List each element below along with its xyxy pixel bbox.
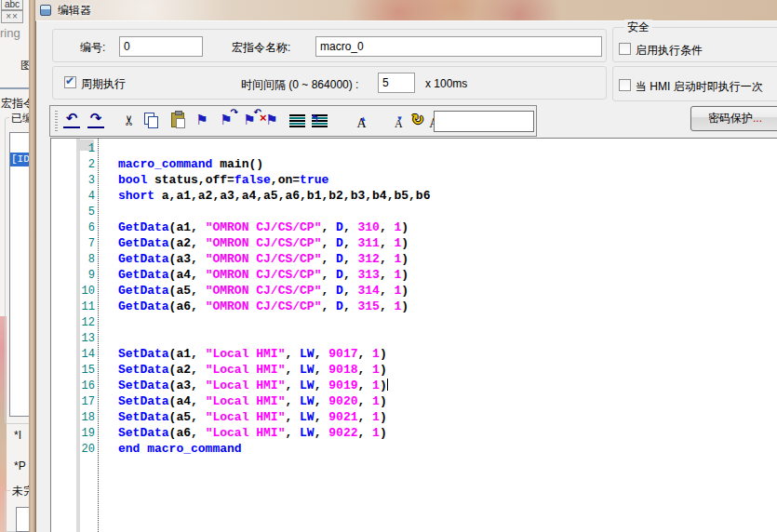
interval-input[interactable]: [378, 73, 415, 93]
id-label: 编号:: [80, 40, 105, 56]
copy-icon: [143, 113, 160, 129]
titlebar[interactable]: 编辑器: [35, 0, 777, 20]
dialog-left-border: [29, 0, 35, 532]
code-editor[interactable]: 12macro_command main()3bool status,off=f…: [50, 138, 777, 532]
line-number: 12: [51, 316, 95, 329]
font-increase-button[interactable]: A▴: [356, 114, 366, 130]
startup-group: 当 HMI 启动时即执行一次: [612, 66, 777, 101]
editor-dialog: 编辑器 编号: 宏指令名称: 安全 启用执行条件 ✔: [35, 0, 777, 532]
goto-arrow-icon: ↰: [311, 113, 319, 125]
previous-bookmark-button[interactable]: ⚑↶: [239, 110, 260, 132]
toolbar-grip[interactable]: [55, 111, 58, 131]
code-row[interactable]: 1: [51, 141, 777, 157]
periodic-label: 周期执行: [81, 76, 126, 92]
code-row[interactable]: 20end macro_command: [51, 442, 777, 458]
redo-button[interactable]: ↷: [86, 110, 106, 132]
code-line-text[interactable]: GetData(a3, "OMRON CJ/CS/CP", D, 312, 1): [118, 252, 409, 266]
clear-x-icon: ×: [260, 111, 267, 125]
code-row[interactable]: 13: [51, 331, 777, 347]
toggle-bookmark-button[interactable]: ⚑: [192, 110, 212, 132]
code-row[interactable]: 17SetData(a4, "Local HMI", LW, 9020, 1): [51, 394, 777, 410]
undo-button[interactable]: ↶: [61, 110, 82, 132]
find-replace-button[interactable]: ↻: [408, 110, 428, 132]
line-number: 6: [51, 221, 95, 234]
interval-unit-label: x 100ms: [425, 77, 467, 90]
line-number: 13: [51, 332, 95, 345]
abc-toolbar-button[interactable]: abc: [1, 0, 23, 10]
line-number: 7: [51, 237, 95, 250]
code-row[interactable]: 3bool status,off=false,on=true: [51, 173, 777, 189]
search-input[interactable]: [434, 111, 534, 132]
code-row[interactable]: 12: [51, 315, 777, 331]
code-line-text[interactable]: GetData(a5, "OMRON CJ/CS/CP", D, 314, 1): [118, 284, 409, 298]
line-number: 2: [51, 158, 95, 171]
run-on-startup-label: 当 HMI 启动时即执行一次: [636, 79, 763, 95]
macro-name-input[interactable]: [315, 36, 602, 57]
ring-label: ring: [0, 26, 20, 40]
run-on-startup-checkbox[interactable]: [619, 79, 631, 91]
code-line-text[interactable]: end macro_command: [118, 442, 242, 456]
id-name-group: 编号: 宏指令名称:: [52, 29, 607, 62]
code-line-text[interactable]: macro_command main(): [118, 157, 263, 171]
code-row[interactable]: 11GetData(a6, "OMRON CJ/CS/CP", D, 315, …: [51, 299, 777, 315]
code-line-text[interactable]: SetData(a6, "Local HMI", LW, 9022, 1): [118, 426, 387, 440]
line-number: 20: [51, 443, 95, 456]
panel-separator: [0, 87, 30, 89]
code-row[interactable]: 4short a,a1,a2,a3,a4,a5,a6,b1,b2,b3,b4,b…: [51, 189, 777, 205]
code-row[interactable]: 14SetData(a1, "Local HMI", LW, 9017, 1): [51, 347, 777, 363]
code-line-text[interactable]: SetData(a5, "Local HMI", LW, 9021, 1): [118, 410, 387, 424]
font-decrease-button[interactable]: A▾: [395, 114, 403, 130]
code-row[interactable]: 18SetData(a5, "Local HMI", LW, 9021, 1): [51, 410, 777, 426]
bookmark-flag-icon: ⚑: [265, 112, 277, 127]
editor-toolbar: ↶ ↷ ✂ ⚑ ⚑↷ ⚑↶ ⚑× ↰ A▴ A▾ A ↻: [49, 105, 537, 137]
code-row[interactable]: 16SetData(a3, "Local HMI", LW, 9019, 1): [51, 379, 777, 394]
line-number: 16: [51, 379, 95, 392]
code-row[interactable]: 15SetData(a2, "Local HMI", LW, 9018, 1): [51, 363, 777, 379]
code-row[interactable]: 7GetData(a2, "OMRON CJ/CS/CP", D, 311, 1…: [51, 236, 777, 252]
window-title: 编辑器: [58, 3, 91, 19]
line-number: 5: [51, 206, 95, 219]
code-line-text[interactable]: GetData(a6, "OMRON CJ/CS/CP", D, 315, 1): [118, 299, 409, 313]
code-line-text[interactable]: short a,a1,a2,a3,a4,a5,a6,b1,b2,b3,b4,b5…: [118, 189, 430, 203]
password-protect-label: 密码保护: [708, 112, 753, 125]
password-protect-button[interactable]: 密码保护...: [690, 106, 777, 131]
line-numbers-icon: [289, 114, 305, 127]
interval-label: 时间间隔 (0 ~ 864000) :: [241, 77, 358, 93]
line-numbers-button[interactable]: [287, 110, 307, 132]
code-row[interactable]: 6GetData(a1, "OMRON CJ/CS/CP", D, 310, 1…: [51, 220, 777, 236]
code-row[interactable]: 10GetData(a5, "OMRON CJ/CS/CP", D, 314, …: [51, 284, 777, 299]
id-input[interactable]: [119, 36, 203, 57]
code-row[interactable]: 9GetData(a4, "OMRON CJ/CS/CP", D, 313, 1…: [51, 268, 777, 284]
code-line-text[interactable]: GetData(a4, "OMRON CJ/CS/CP", D, 313, 1): [118, 268, 409, 282]
code-line-text[interactable]: SetData(a1, "Local HMI", LW, 9017, 1): [118, 347, 387, 361]
code-row[interactable]: 19SetData(a6, "Local HMI", LW, 9022, 1): [51, 426, 777, 442]
paste-button[interactable]: [167, 110, 188, 132]
line-number: 17: [51, 395, 95, 408]
code-line-text[interactable]: SetData(a3, "Local HMI", LW, 9019, 1): [118, 379, 388, 392]
code-line-text[interactable]: SetData(a4, "Local HMI", LW, 9020, 1): [118, 394, 387, 408]
code-row[interactable]: 5: [51, 205, 777, 220]
code-line-text[interactable]: bool status,off=false,on=true: [118, 173, 328, 187]
code-line-text[interactable]: GetData(a1, "OMRON CJ/CS/CP", D, 310, 1): [118, 220, 409, 234]
sidebar-item-i: *I: [14, 429, 21, 442]
dialog-client-area: 编号: 宏指令名称: 安全 启用执行条件 ✔ 周期执行 时间间隔 (0 ~ 86…: [35, 20, 777, 532]
strikeout-toolbar-button[interactable]: ××: [1, 10, 23, 23]
next-bookmark-button[interactable]: ⚑↷: [216, 110, 236, 132]
cut-button[interactable]: ✂: [119, 110, 140, 132]
line-number: 1: [51, 142, 95, 155]
redo-icon: ↷: [87, 110, 104, 128]
code-row[interactable]: 8GetData(a3, "OMRON CJ/CS/CP", D, 312, 1…: [51, 252, 777, 268]
code-row[interactable]: 2macro_command main(): [51, 157, 777, 173]
code-line-text[interactable]: SetData(a2, "Local HMI", LW, 9018, 1): [118, 363, 387, 377]
next-arrow-icon: ↷: [231, 107, 238, 117]
enable-condition-checkbox[interactable]: [619, 43, 631, 55]
down-triangle-icon: ▾: [397, 113, 402, 123]
periodic-group: ✔ 周期执行 时间间隔 (0 ~ 864000) : x 100ms: [52, 66, 607, 100]
code-line-text[interactable]: GetData(a2, "OMRON CJ/CS/CP", D, 311, 1): [118, 236, 409, 250]
goto-line-button[interactable]: ↰: [312, 114, 328, 130]
code-lines: 12macro_command main()3bool status,off=f…: [51, 141, 777, 458]
line-number: 3: [51, 174, 95, 187]
periodic-checkbox[interactable]: ✔: [64, 76, 76, 88]
copy-button[interactable]: [141, 110, 162, 132]
clear-bookmarks-button[interactable]: ⚑×: [261, 110, 282, 132]
